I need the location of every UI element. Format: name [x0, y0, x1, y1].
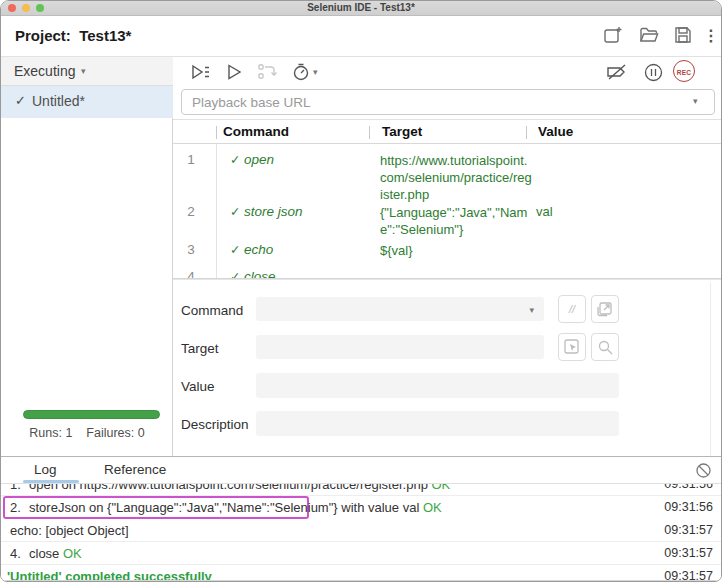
command-edit-form: Command ▾ // Target	[173, 279, 722, 457]
test-speed-button[interactable]	[291, 62, 311, 82]
value-cell: val	[536, 204, 553, 219]
command-row-1[interactable]: 1 ✓ open https://www.tutorialspoint.com/…	[173, 144, 722, 198]
command-passed-check-icon: ✓	[230, 242, 240, 257]
sidebar-item-untitled[interactable]: ✓ Untitled*	[1, 86, 173, 118]
row-number: 3	[173, 242, 209, 257]
target-cell: {"Language":"Java","Name":"Selenium"}	[380, 204, 532, 238]
log-entry-text: echo: [object Object]	[10, 523, 129, 538]
record-button[interactable]: REC	[673, 60, 695, 82]
open-new-window-button[interactable]	[591, 295, 619, 323]
target-cell: ${val}	[380, 242, 532, 259]
log-message: close	[29, 546, 59, 561]
disable-breakpoints-button[interactable]	[605, 62, 629, 82]
active-tab-underline	[23, 480, 79, 483]
toggle-comment-button[interactable]: //	[558, 295, 586, 323]
project-name: Test13*	[79, 27, 131, 44]
project-title: Project: Test13*	[15, 27, 131, 44]
project-header: Project: Test13* ⋮	[1, 16, 721, 57]
command-row-4[interactable]: 4 ✓ close	[173, 265, 722, 279]
runs-count: Runs: 1	[29, 426, 72, 440]
commands-table: 1 ✓ open https://www.tutorialspoint.com/…	[173, 144, 722, 279]
select-target-button[interactable]	[558, 333, 586, 361]
description-field[interactable]	[256, 411, 619, 436]
target-cell: https://www.tutorialspoint.com/selenium/…	[380, 152, 532, 203]
step-over-button[interactable]	[256, 62, 278, 82]
main-panel: ▾ REC ▾ Command Target Value	[173, 57, 722, 456]
run-current-test-button[interactable]	[224, 62, 244, 82]
value-field-label: Value	[181, 379, 215, 394]
command-cell: open	[244, 152, 274, 167]
test-name: Untitled*	[32, 93, 85, 109]
log-timestamp: 09:31:57	[664, 546, 713, 560]
log-message: echo: [object Object]	[10, 523, 129, 538]
pause-on-exceptions-button[interactable]	[643, 62, 664, 83]
target-field-label: Target	[181, 341, 219, 356]
commands-table-header: Command Target Value	[173, 119, 722, 144]
runs-failures-status: Runs: 1 Failures: 0	[1, 426, 173, 440]
target-column-header: Target	[382, 124, 422, 139]
command-column-header: Command	[223, 124, 289, 139]
run-all-tests-button[interactable]	[189, 62, 211, 82]
column-divider	[216, 126, 217, 139]
log-entry-text: storeJson on {"Language":"Java","Name":"…	[29, 500, 442, 515]
row-number: 2	[173, 204, 209, 219]
tests-sidebar: Executing ▾ ✓ Untitled* Runs: 1 Failures…	[1, 57, 173, 456]
test-passed-check-icon: ✓	[15, 93, 26, 108]
log-ok-status: OK	[63, 546, 82, 561]
titlebar: Selenium IDE - Test13*	[1, 1, 721, 16]
test-progress-bar	[23, 410, 160, 419]
tests-dropdown-label: Executing	[14, 63, 75, 79]
tab-reference[interactable]: Reference	[104, 462, 166, 477]
log-panel: 1. open on https://www.tutorialspoint.co…	[1, 456, 722, 582]
value-field[interactable]	[256, 373, 619, 398]
command-passed-check-icon: ✓	[230, 269, 240, 279]
log-ok-status: OK	[423, 500, 442, 515]
new-project-button[interactable]	[602, 24, 624, 46]
log-message: storeJson on {"Language":"Java","Name":"…	[29, 500, 419, 515]
log-tabbar: Log Reference	[1, 457, 722, 484]
log-entry-number: 2.	[10, 500, 21, 515]
command-passed-check-icon: ✓	[230, 204, 240, 219]
comment-slashes: //	[569, 303, 575, 315]
playback-base-url-input[interactable]	[181, 89, 715, 115]
rec-label: REC	[677, 69, 692, 76]
log-entry-4: 4. close OK 09:31:57	[1, 542, 722, 565]
log-entry-text: close OK	[29, 546, 82, 561]
tests-dropdown[interactable]: Executing ▾	[1, 57, 173, 86]
column-divider	[526, 126, 527, 139]
row-number: 1	[173, 152, 209, 167]
log-timestamp: 09:31:56	[664, 500, 713, 514]
playback-url-caret-icon: ▾	[693, 96, 698, 106]
speed-caret-icon: ▾	[313, 67, 318, 77]
value-column-header: Value	[538, 124, 573, 139]
project-label: Project:	[15, 27, 71, 44]
window-title: Selenium IDE - Test13*	[1, 1, 721, 15]
tab-log[interactable]: Log	[34, 462, 57, 477]
command-row-2[interactable]: 2 ✓ store json {"Language":"Java","Name"…	[173, 198, 722, 238]
target-field[interactable]	[256, 335, 544, 359]
column-divider	[369, 126, 370, 139]
save-project-icon[interactable]	[672, 24, 694, 46]
selenium-ide-window: Selenium IDE - Test13* Project: Test13* …	[0, 0, 722, 582]
log-entry-3: echo: [object Object] 09:31:57	[1, 519, 722, 542]
command-caret-icon: ▾	[529, 305, 534, 315]
open-project-icon[interactable]	[638, 24, 660, 46]
row-number: 4	[173, 269, 209, 279]
chevron-down-icon: ▾	[81, 66, 86, 76]
description-field-label: Description	[181, 417, 249, 432]
command-cell: store json	[244, 204, 303, 219]
command-field[interactable]: ▾	[256, 297, 544, 321]
command-row-3[interactable]: 3 ✓ echo ${val}	[173, 238, 722, 265]
clear-log-icon[interactable]	[695, 462, 712, 479]
log-timestamp: 09:31:57	[664, 523, 713, 537]
log-entry-number: 4.	[10, 546, 21, 561]
failures-count: Failures: 0	[86, 426, 144, 440]
command-field-label: Command	[181, 303, 243, 318]
search-target-icon[interactable]	[591, 333, 619, 361]
command-cell: echo	[244, 242, 273, 257]
command-passed-check-icon: ✓	[230, 152, 240, 167]
kebab-menu-icon[interactable]: ⋮	[703, 26, 722, 48]
command-cell: close	[244, 269, 276, 279]
log-entry-2: 2. storeJson on {"Language":"Java","Name…	[1, 496, 722, 519]
